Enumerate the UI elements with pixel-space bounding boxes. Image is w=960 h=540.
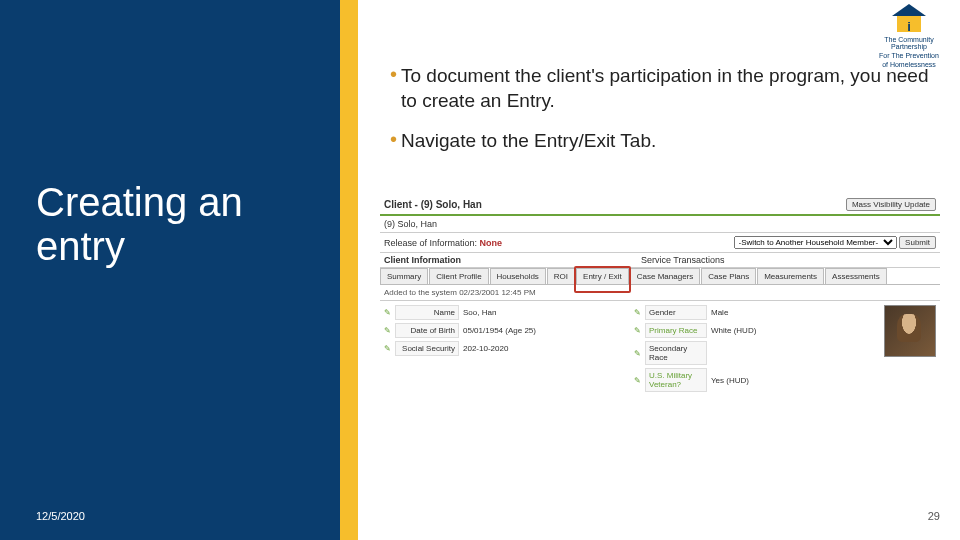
tab-measurements[interactable]: Measurements	[757, 268, 824, 284]
field-row: ✎ Secondary Race	[634, 341, 878, 365]
service-transactions-header: Service Transactions	[641, 255, 725, 265]
slide-title: Creating an entry	[0, 0, 340, 268]
roi-row: Release of Information: None -Switch to …	[380, 233, 940, 253]
section-headers: Client Information Service Transactions	[380, 253, 940, 268]
tab-roi[interactable]: ROI	[547, 268, 575, 284]
summary-body: ✎ Name Soo, Han ✎ Date of Birth 05/01/19…	[380, 301, 940, 399]
field-value: Soo, Han	[463, 308, 496, 317]
field-row: ✎ Social Security 202-10-2020	[384, 341, 628, 356]
household-switch-select[interactable]: -Switch to Another Household Member-	[734, 236, 897, 249]
slide-date: 12/5/2020	[36, 510, 85, 522]
tab-case-managers[interactable]: Case Managers	[630, 268, 700, 284]
title-line-1: Creating an	[36, 180, 340, 224]
edit-icon[interactable]: ✎	[634, 326, 641, 335]
edit-icon[interactable]: ✎	[634, 349, 641, 358]
tab-assessments[interactable]: Assessments	[825, 268, 887, 284]
fields-right: ✎ Gender Male ✎ Primary Race White (HUD)…	[634, 305, 878, 395]
edit-icon[interactable]: ✎	[634, 308, 641, 317]
field-row: ✎ Date of Birth 05/01/1954 (Age 25)	[384, 323, 628, 338]
field-label: Name	[395, 305, 459, 320]
edit-icon[interactable]: ✎	[384, 344, 391, 353]
roi-label: Release of Information:	[384, 238, 477, 248]
field-label: Social Security	[395, 341, 459, 356]
bullet-list: • To document the client's participation…	[380, 0, 940, 154]
fields-left: ✎ Name Soo, Han ✎ Date of Birth 05/01/19…	[384, 305, 628, 395]
field-value: White (HUD)	[711, 326, 756, 335]
client-header-row: Client - (9) Solo, Han Mass Visibility U…	[380, 195, 940, 216]
tab-households[interactable]: Households	[490, 268, 546, 284]
client-photo	[884, 305, 936, 357]
field-row: ✎ Name Soo, Han	[384, 305, 628, 320]
field-value: 202-10-2020	[463, 344, 508, 353]
tab-entry-exit[interactable]: Entry / Exit	[576, 268, 629, 284]
field-row: ✎ Gender Male	[634, 305, 878, 320]
roi-label-group: Release of Information: None	[384, 238, 502, 248]
title-line-2: entry	[36, 224, 340, 268]
client-info-header: Client Information	[384, 255, 461, 265]
field-value: Male	[711, 308, 728, 317]
bullet-item: • To document the client's participation…	[390, 64, 940, 113]
tab-case-plans[interactable]: Case Plans	[701, 268, 756, 284]
field-value: 05/01/1954 (Age 25)	[463, 326, 536, 335]
tab-row: Summary Client Profile Households ROI En…	[380, 268, 940, 285]
client-id-row: (9) Solo, Han	[380, 216, 940, 233]
bullet-text: To document the client's participation i…	[401, 64, 940, 113]
added-timestamp: Added to the system 02/23/2001 12:45 PM	[380, 285, 940, 301]
field-row: ✎ U.S. Military Veteran? Yes (HUD)	[634, 368, 878, 392]
mass-visibility-button[interactable]: Mass Visibility Update	[846, 198, 936, 211]
tab-client-profile[interactable]: Client Profile	[429, 268, 488, 284]
field-row: ✎ Primary Race White (HUD)	[634, 323, 878, 338]
submit-button[interactable]: Submit	[899, 236, 936, 249]
highlight-box	[574, 266, 631, 293]
edit-icon[interactable]: ✎	[384, 308, 391, 317]
bullet-text: Navigate to the Entry/Exit Tab.	[401, 129, 656, 154]
bullet-item: • Navigate to the Entry/Exit Tab.	[390, 129, 940, 154]
household-switch-group: -Switch to Another Household Member- Sub…	[734, 236, 936, 249]
slide-number: 29	[928, 510, 940, 522]
field-value: Yes (HUD)	[711, 376, 749, 385]
field-label: U.S. Military Veteran?	[645, 368, 707, 392]
edit-icon[interactable]: ✎	[634, 376, 641, 385]
field-label: Date of Birth	[395, 323, 459, 338]
app-screenshot: Client - (9) Solo, Han Mass Visibility U…	[380, 195, 940, 399]
roi-value: None	[480, 238, 503, 248]
edit-icon[interactable]: ✎	[384, 326, 391, 335]
field-label: Primary Race	[645, 323, 707, 338]
accent-bar	[340, 0, 358, 540]
field-label: Secondary Race	[645, 341, 707, 365]
bullet-icon: •	[390, 129, 397, 154]
left-panel: Creating an entry 12/5/2020	[0, 0, 340, 540]
bullet-icon: •	[390, 64, 397, 113]
field-label: Gender	[645, 305, 707, 320]
client-header: Client - (9) Solo, Han	[384, 199, 482, 210]
tab-summary[interactable]: Summary	[380, 268, 428, 284]
